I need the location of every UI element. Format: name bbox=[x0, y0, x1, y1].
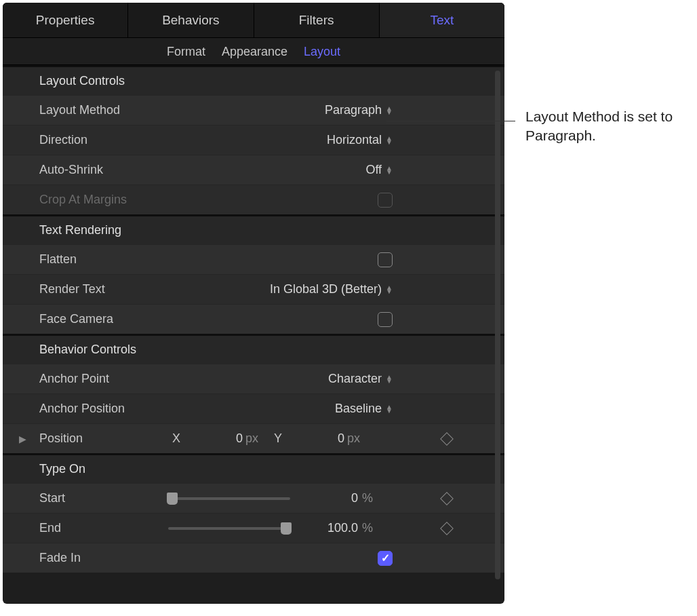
subtab-layout[interactable]: Layout bbox=[304, 38, 340, 64]
end-slider[interactable] bbox=[168, 527, 290, 530]
subtab-appearance[interactable]: Appearance bbox=[222, 38, 287, 64]
auto-shrink-label: Auto-Shrink bbox=[39, 163, 168, 177]
callout-line bbox=[386, 121, 515, 121]
row-face-camera: Face Camera bbox=[3, 304, 504, 334]
row-auto-shrink: Auto-Shrink Off ▲▼ bbox=[3, 155, 504, 185]
row-anchor-position: Anchor Position Baseline ▲▼ bbox=[3, 393, 504, 423]
flatten-label: Flatten bbox=[39, 252, 168, 267]
anchor-position-dropdown[interactable]: Baseline ▲▼ bbox=[335, 402, 393, 416]
layout-method-dropdown[interactable]: Paragraph ▲▼ bbox=[325, 103, 393, 117]
section-text-rendering: Text Rendering bbox=[3, 216, 504, 244]
start-unit: % bbox=[358, 491, 381, 505]
x-label: X bbox=[168, 431, 184, 446]
updown-icon: ▲▼ bbox=[386, 166, 393, 174]
direction-value: Horizontal bbox=[327, 133, 382, 147]
auto-shrink-value: Off bbox=[365, 163, 382, 177]
slider-thumb-icon[interactable] bbox=[167, 493, 178, 505]
direction-label: Direction bbox=[39, 133, 168, 147]
section-type-on: Type On bbox=[3, 455, 504, 483]
disclosure-icon[interactable]: ▶ bbox=[19, 434, 26, 444]
callout-text: Layout Method is set to Paragraph. bbox=[525, 107, 681, 146]
flatten-checkbox[interactable] bbox=[378, 252, 393, 267]
end-unit: % bbox=[358, 521, 381, 535]
sub-tabs: Format Appearance Layout bbox=[3, 38, 504, 65]
main-tabs: Properties Behaviors Filters Text bbox=[3, 3, 504, 38]
x-value[interactable]: 0 bbox=[184, 431, 245, 446]
scroll-area: Layout Controls Layout Method Paragraph … bbox=[3, 65, 504, 604]
updown-icon: ▲▼ bbox=[386, 107, 393, 115]
section-layout-controls: Layout Controls bbox=[3, 67, 504, 95]
auto-shrink-dropdown[interactable]: Off ▲▼ bbox=[365, 163, 393, 177]
end-value[interactable]: 100.0 bbox=[290, 521, 358, 535]
x-unit: px bbox=[245, 431, 270, 446]
inspector-panel: Properties Behaviors Filters Text Format… bbox=[3, 3, 504, 604]
row-crop-at-margins: Crop At Margins bbox=[3, 185, 504, 214]
anchor-point-dropdown[interactable]: Character ▲▼ bbox=[328, 372, 393, 386]
render-text-dropdown[interactable]: In Global 3D (Better) ▲▼ bbox=[270, 282, 393, 296]
row-anchor-point: Anchor Point Character ▲▼ bbox=[3, 364, 504, 393]
position-label: Position bbox=[39, 431, 168, 446]
row-render-text: Render Text In Global 3D (Better) ▲▼ bbox=[3, 274, 504, 304]
row-position: ▶ Position X 0 px Y 0 px bbox=[3, 423, 504, 453]
subtab-format[interactable]: Format bbox=[167, 38, 205, 64]
row-direction: Direction Horizontal ▲▼ bbox=[3, 125, 504, 155]
crop-at-margins-checkbox[interactable] bbox=[378, 193, 393, 208]
anchor-position-label: Anchor Position bbox=[39, 402, 168, 416]
updown-icon: ▲▼ bbox=[386, 405, 393, 413]
row-flatten: Flatten bbox=[3, 244, 504, 274]
tab-behaviors[interactable]: Behaviors bbox=[128, 3, 254, 37]
keyframe-icon[interactable] bbox=[440, 492, 454, 505]
layout-method-value: Paragraph bbox=[325, 103, 382, 117]
direction-dropdown[interactable]: Horizontal ▲▼ bbox=[327, 133, 393, 147]
updown-icon: ▲▼ bbox=[386, 286, 393, 294]
section-behavior-controls: Behavior Controls bbox=[3, 336, 504, 364]
scrollbar[interactable] bbox=[495, 71, 500, 579]
keyframe-icon[interactable] bbox=[440, 432, 454, 446]
slider-thumb-icon[interactable] bbox=[281, 522, 292, 535]
row-start: Start 0 % bbox=[3, 483, 504, 513]
render-text-label: Render Text bbox=[39, 282, 168, 296]
fade-in-label: Fade In bbox=[39, 551, 168, 565]
updown-icon: ▲▼ bbox=[386, 136, 393, 145]
start-slider[interactable] bbox=[168, 497, 290, 500]
face-camera-label: Face Camera bbox=[39, 312, 168, 326]
anchor-position-value: Baseline bbox=[335, 402, 382, 416]
start-label: Start bbox=[39, 491, 168, 505]
row-end: End 100.0 % bbox=[3, 513, 504, 543]
y-value[interactable]: 0 bbox=[286, 431, 347, 446]
updown-icon: ▲▼ bbox=[386, 375, 393, 383]
row-fade-in: Fade In bbox=[3, 543, 504, 573]
anchor-point-value: Character bbox=[328, 372, 382, 386]
keyframe-icon[interactable] bbox=[440, 522, 454, 535]
tab-properties[interactable]: Properties bbox=[3, 3, 128, 37]
tab-text[interactable]: Text bbox=[380, 3, 504, 37]
start-value[interactable]: 0 bbox=[290, 491, 358, 505]
tab-filters[interactable]: Filters bbox=[254, 3, 380, 37]
face-camera-checkbox[interactable] bbox=[378, 312, 393, 327]
fade-in-checkbox[interactable] bbox=[378, 551, 393, 566]
y-unit: px bbox=[347, 431, 372, 446]
y-label: Y bbox=[270, 431, 286, 446]
end-label: End bbox=[39, 521, 168, 535]
render-text-value: In Global 3D (Better) bbox=[270, 282, 382, 296]
layout-method-label: Layout Method bbox=[39, 103, 168, 117]
crop-at-margins-label: Crop At Margins bbox=[39, 193, 168, 207]
anchor-point-label: Anchor Point bbox=[39, 372, 168, 386]
